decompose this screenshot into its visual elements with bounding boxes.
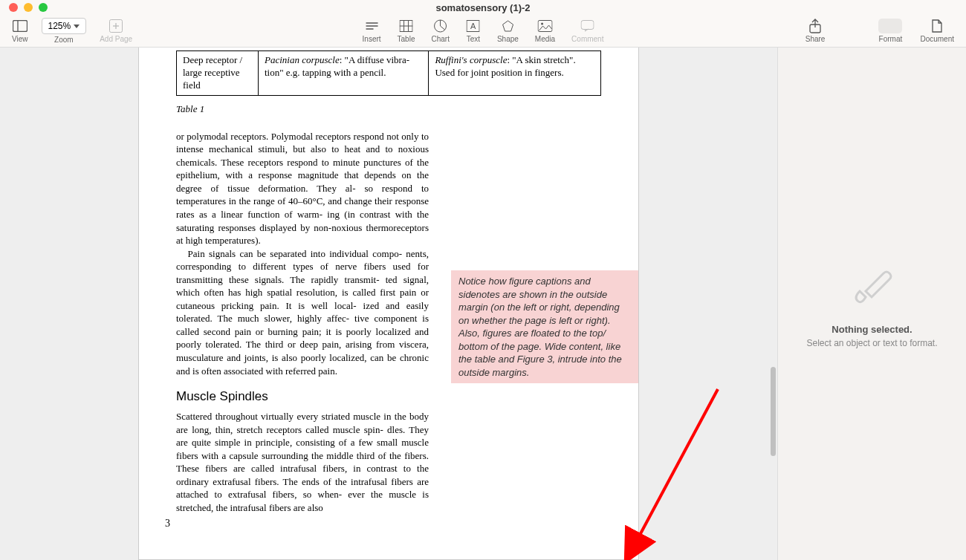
table-button[interactable]: Table	[392, 17, 421, 45]
shape-label: Shape	[497, 35, 519, 43]
comment-button[interactable]: Comment	[565, 17, 609, 45]
svg-rect-18	[581, 21, 594, 30]
document-button[interactable]: Document	[914, 17, 960, 45]
chart-icon	[433, 19, 448, 33]
document-canvas[interactable]: Deep receptor / large receptive field Pa…	[0, 48, 777, 560]
svg-marker-15	[502, 21, 513, 31]
table-1[interactable]: Deep receptor / large receptive field Pa…	[176, 51, 601, 96]
table-label: Table	[398, 35, 415, 43]
share-label: Share	[805, 35, 826, 43]
svg-rect-16	[538, 21, 552, 32]
zoom-dropdown[interactable]: 125%	[42, 18, 87, 34]
table-cell[interactable]: Deep receptor / large receptive field	[177, 51, 259, 96]
zoom-value: 125%	[48, 21, 71, 31]
chart-label: Chart	[431, 35, 449, 43]
add-page-button[interactable]: Add Page	[94, 17, 138, 45]
svg-line-20	[632, 389, 718, 549]
format-button[interactable]: Format	[872, 17, 908, 45]
table-icon	[399, 19, 414, 33]
media-icon	[537, 19, 552, 33]
nothing-selected-heading: Nothing selected.	[832, 324, 912, 335]
table-cell[interactable]: Ruffini's corpuscle: "A skin stretch". U…	[429, 51, 601, 96]
share-button[interactable]: Share	[800, 17, 832, 45]
svg-rect-0	[13, 21, 27, 32]
view-label: View	[12, 35, 28, 43]
shape-icon	[500, 19, 515, 33]
sidenote[interactable]: Notice how figure captions and sidenotes…	[451, 270, 638, 383]
insert-icon	[364, 19, 379, 33]
chevron-down-icon	[74, 25, 80, 28]
vertical-scrollbar[interactable]	[771, 367, 776, 456]
svg-text:A: A	[470, 22, 476, 30]
document-title: somatosensory (1)-2	[0, 2, 966, 13]
body-paragraph-1[interactable]: or polymodal receptors. Polymodal recept…	[176, 130, 429, 377]
workspace: Deep receptor / large receptive field Pa…	[0, 48, 966, 560]
nothing-selected-sub: Select an object or text to format.	[806, 338, 937, 348]
zoom-label: Zoom	[54, 36, 74, 44]
format-label: Format	[879, 35, 903, 43]
shape-button[interactable]: Shape	[491, 17, 525, 45]
table-cell[interactable]: Pacinian corpuscle: "A diffuse vibra- ti…	[259, 51, 429, 96]
plus-icon	[108, 19, 123, 33]
view-button[interactable]: View	[6, 17, 34, 45]
share-icon	[808, 19, 823, 33]
media-label: Media	[535, 35, 555, 43]
insert-button[interactable]: Insert	[357, 17, 387, 45]
toolbar: View 125% Zoom Add Page Insert Table Cha…	[0, 15, 966, 48]
chart-button[interactable]: Chart	[425, 17, 455, 45]
document-label: Document	[920, 35, 954, 43]
format-panel: Nothing selected. Select an object or te…	[777, 48, 966, 560]
text-label: Text	[467, 35, 480, 43]
titlebar: somatosensory (1)-2	[0, 0, 966, 15]
add-page-label: Add Page	[100, 35, 132, 43]
page-number: 3	[165, 518, 170, 530]
svg-point-17	[541, 23, 543, 25]
comment-icon	[580, 19, 595, 33]
format-icon	[878, 19, 902, 33]
heading-muscle-spindles[interactable]: Muscle Spindles	[176, 389, 601, 404]
brush-icon	[846, 260, 898, 312]
body-paragraph-3[interactable]: Scattered throughout virtually every str…	[176, 410, 429, 514]
text-icon: A	[466, 19, 481, 33]
page[interactable]: Deep receptor / large receptive field Pa…	[138, 48, 639, 560]
sidebar-icon	[13, 19, 27, 33]
document-icon	[930, 19, 944, 33]
table-caption[interactable]: Table 1	[176, 103, 601, 115]
insert-label: Insert	[363, 35, 381, 43]
text-button[interactable]: A Text	[460, 17, 487, 45]
table-row[interactable]: Deep receptor / large receptive field Pa…	[177, 51, 601, 96]
comment-label: Comment	[571, 35, 603, 43]
media-button[interactable]: Media	[529, 17, 561, 45]
